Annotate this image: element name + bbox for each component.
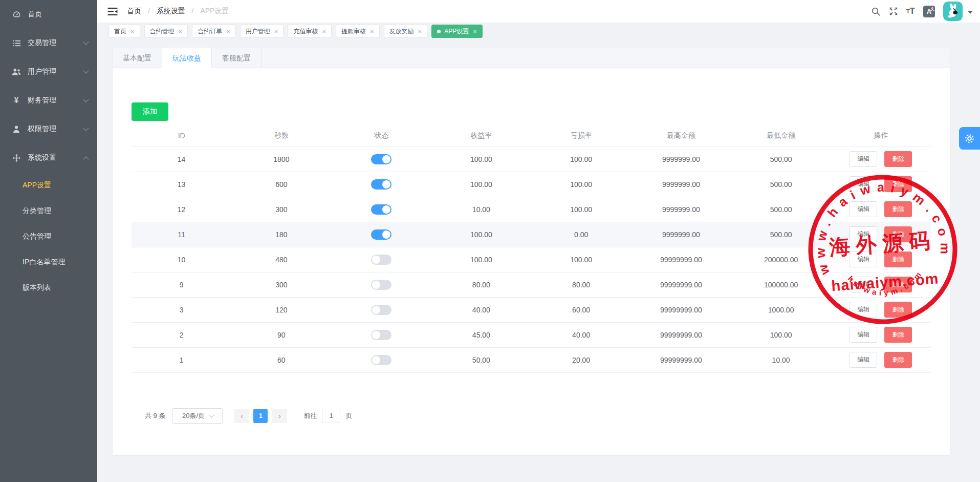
sidebar-subitem-category-manage[interactable]: 分类管理 <box>0 198 97 223</box>
close-icon[interactable]: × <box>179 28 183 35</box>
delete-button[interactable]: 删除 <box>884 277 912 292</box>
table-row: 29045.0040.0099999999.00100.00编辑删除 <box>132 322 931 347</box>
translate-icon[interactable]: A文 <box>923 6 935 17</box>
sidebar-item-trade-manage[interactable]: 交易管理 <box>0 29 97 57</box>
delete-button[interactable]: 删除 <box>884 151 912 167</box>
delete-button[interactable]: 删除 <box>884 226 912 242</box>
goto-label: 前往 <box>303 411 317 421</box>
sidebar-item-system-settings[interactable]: 系统设置 <box>0 143 97 172</box>
cell-id: 3 <box>132 297 231 322</box>
edit-button[interactable]: 编辑 <box>850 252 877 267</box>
cell-id: 13 <box>132 172 231 197</box>
column-header: 最低金额 <box>731 125 831 146</box>
status-toggle[interactable] <box>371 204 391 215</box>
fullscreen-icon[interactable] <box>889 7 898 16</box>
cell-seconds: 300 <box>231 197 331 222</box>
gear-icon <box>964 133 975 144</box>
sidebar-subitem-version-list[interactable]: 版本列表 <box>0 275 97 300</box>
next-page-button[interactable]: › <box>272 409 287 423</box>
goto-page-input[interactable] <box>322 409 340 423</box>
column-header: 秒数 <box>231 125 331 146</box>
delete-button[interactable]: 删除 <box>884 252 912 267</box>
cell-seconds: 120 <box>231 297 331 322</box>
tab-tag-withdraw-audit[interactable]: 提款审核× <box>336 25 380 38</box>
tabs-strip: 基本配置玩法收益客服配置 <box>113 48 950 68</box>
tab-tag-contract-orders[interactable]: 合约订单× <box>192 25 236 38</box>
cell-profit-rate: 45.00 <box>431 322 531 347</box>
cell-status <box>332 146 431 172</box>
tab-tag-contract-manage[interactable]: 合约管理× <box>144 25 188 38</box>
settings-fab[interactable] <box>959 127 980 150</box>
tab-tag-home[interactable]: 首页× <box>108 25 140 38</box>
active-dot <box>437 30 441 33</box>
cell-loss-rate: 80.00 <box>531 272 631 297</box>
edit-button[interactable]: 编辑 <box>850 277 877 292</box>
tab-service-config[interactable]: 客服配置 <box>212 48 262 68</box>
status-toggle[interactable] <box>371 330 391 340</box>
cell-actions: 编辑删除 <box>831 172 931 197</box>
sidebar-item-home[interactable]: 首页 <box>0 0 97 29</box>
tab-tag-app-settings[interactable]: APP设置× <box>431 25 483 38</box>
status-toggle[interactable] <box>371 229 391 240</box>
edit-button[interactable]: 编辑 <box>850 352 877 368</box>
tag-bar: 首页×合约管理×合约订单×用户管理×充值审核×提款审核×发放奖励×APP设置× <box>97 23 980 40</box>
font-size-icon[interactable]: TT <box>906 6 915 16</box>
sidebar-item-permission-manage[interactable]: 权限管理 <box>0 115 97 143</box>
sidebar-item-finance-manage[interactable]: ¥财务管理 <box>0 86 97 115</box>
edit-button[interactable]: 编辑 <box>850 201 877 217</box>
delete-button[interactable]: 删除 <box>884 302 912 318</box>
close-icon[interactable]: × <box>370 28 374 35</box>
search-icon[interactable] <box>871 7 881 16</box>
breadcrumb-home[interactable]: 首页 <box>127 7 141 15</box>
page-number-button[interactable]: 1 <box>253 409 268 423</box>
sidebar-item-user-manage[interactable]: 用户管理 <box>0 57 97 86</box>
status-toggle[interactable] <box>371 280 391 290</box>
column-header: 最高金额 <box>631 125 731 146</box>
tab-tag-reward-grant[interactable]: 发放奖励× <box>384 25 428 38</box>
status-toggle[interactable] <box>371 255 391 265</box>
breadcrumb-system-settings[interactable]: 系统设置 <box>157 7 185 15</box>
delete-button[interactable]: 删除 <box>884 176 912 192</box>
sidebar-item-label: 财务管理 <box>28 96 84 105</box>
close-icon[interactable]: × <box>473 28 477 35</box>
prev-page-button[interactable]: ‹ <box>234 409 249 423</box>
cell-status <box>332 322 431 347</box>
cell-actions: 编辑删除 <box>831 347 931 372</box>
tab-tag-user-manage[interactable]: 用户管理× <box>240 25 284 38</box>
cell-actions: 编辑删除 <box>831 222 931 247</box>
sidebar-subitem-notice-manage[interactable]: 公告管理 <box>0 223 97 249</box>
sidebar-subitem-ip-whitelist[interactable]: IP白名单管理 <box>0 249 97 275</box>
close-icon[interactable]: × <box>130 28 135 35</box>
delete-button[interactable]: 删除 <box>884 352 912 368</box>
close-icon[interactable]: × <box>322 28 326 35</box>
close-icon[interactable]: × <box>226 28 230 35</box>
tab-tag-recharge-audit[interactable]: 充值审核× <box>288 25 332 38</box>
status-toggle[interactable] <box>371 305 391 315</box>
close-icon[interactable]: × <box>274 28 278 35</box>
avatar[interactable] <box>943 2 963 21</box>
status-toggle[interactable] <box>371 154 391 164</box>
cell-status <box>332 297 431 322</box>
tab-play-profit[interactable]: 玩法收益 <box>162 48 212 68</box>
cell-min-amount: 200000.00 <box>731 247 831 272</box>
sidebar-subitem-app-settings[interactable]: APP设置 <box>0 172 97 198</box>
add-button[interactable]: 添加 <box>132 102 168 121</box>
cell-status <box>332 347 431 372</box>
tab-basic-config[interactable]: 基本配置 <box>113 48 162 68</box>
collapse-menu-icon[interactable] <box>107 7 118 16</box>
status-toggle[interactable] <box>371 179 391 190</box>
close-icon[interactable]: × <box>418 28 422 35</box>
edit-button[interactable]: 编辑 <box>850 302 877 318</box>
edit-button[interactable]: 编辑 <box>850 176 877 192</box>
delete-button[interactable]: 删除 <box>884 327 912 343</box>
settings-card: 基本配置玩法收益客服配置 添加 ID秒数状态收益率亏损率最高金额最低金额操作 1… <box>113 48 950 455</box>
status-toggle[interactable] <box>371 355 391 365</box>
edit-button[interactable]: 编辑 <box>850 226 877 242</box>
edit-button[interactable]: 编辑 <box>850 151 877 167</box>
caret-down-icon[interactable] <box>968 11 973 14</box>
page-size-select[interactable]: 20条/页 <box>172 408 223 424</box>
cell-status <box>332 272 431 297</box>
delete-button[interactable]: 删除 <box>884 201 912 217</box>
cell-id: 10 <box>132 247 231 272</box>
edit-button[interactable]: 编辑 <box>850 327 877 343</box>
